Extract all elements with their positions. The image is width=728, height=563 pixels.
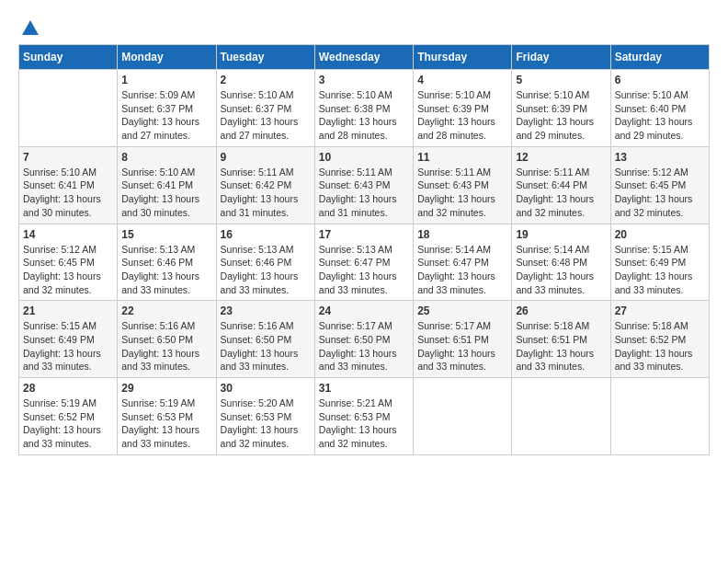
calendar-day-header: Tuesday <box>216 45 314 70</box>
day-number: 14 <box>23 228 113 241</box>
day-number: 20 <box>615 228 705 241</box>
calendar-header-row: SundayMondayTuesdayWednesdayThursdayFrid… <box>19 45 710 70</box>
day-info: Sunrise: 5:20 AM Sunset: 6:53 PM Dayligh… <box>221 396 311 451</box>
day-number: 30 <box>221 382 311 395</box>
day-number: 24 <box>319 304 409 317</box>
calendar-cell: 1Sunrise: 5:09 AM Sunset: 6:37 PM Daylig… <box>118 70 216 147</box>
day-info: Sunrise: 5:15 AM Sunset: 6:49 PM Dayligh… <box>23 319 113 373</box>
calendar-cell: 26Sunrise: 5:18 AM Sunset: 6:51 PM Dayli… <box>512 301 610 378</box>
day-info: Sunrise: 5:13 AM Sunset: 6:46 PM Dayligh… <box>121 243 211 297</box>
day-number: 13 <box>615 151 705 164</box>
day-number: 26 <box>516 304 606 317</box>
day-number: 11 <box>417 151 507 164</box>
calendar-cell: 19Sunrise: 5:14 AM Sunset: 6:48 PM Dayli… <box>512 224 610 301</box>
calendar-cell: 29Sunrise: 5:19 AM Sunset: 6:53 PM Dayli… <box>118 378 216 455</box>
day-info: Sunrise: 5:12 AM Sunset: 6:45 PM Dayligh… <box>23 243 113 297</box>
calendar-cell: 14Sunrise: 5:12 AM Sunset: 6:45 PM Dayli… <box>19 224 118 301</box>
calendar-cell: 3Sunrise: 5:10 AM Sunset: 6:38 PM Daylig… <box>314 70 413 147</box>
calendar-cell: 13Sunrise: 5:12 AM Sunset: 6:45 PM Dayli… <box>610 146 709 224</box>
day-info: Sunrise: 5:10 AM Sunset: 6:37 PM Dayligh… <box>221 88 311 143</box>
calendar-cell: 5Sunrise: 5:10 AM Sunset: 6:39 PM Daylig… <box>512 70 610 147</box>
day-number: 3 <box>319 74 409 86</box>
calendar-table: SundayMondayTuesdayWednesdayThursdayFrid… <box>18 44 710 455</box>
day-number: 9 <box>221 151 311 164</box>
day-info: Sunrise: 5:19 AM Sunset: 6:53 PM Dayligh… <box>121 396 211 451</box>
day-number: 28 <box>23 382 113 395</box>
calendar-day-header: Sunday <box>19 45 118 70</box>
calendar-day-header: Friday <box>512 45 610 70</box>
calendar-cell: 8Sunrise: 5:10 AM Sunset: 6:41 PM Daylig… <box>118 146 216 224</box>
day-number: 27 <box>615 304 705 317</box>
calendar-cell: 12Sunrise: 5:11 AM Sunset: 6:44 PM Dayli… <box>512 146 610 224</box>
calendar-week-row: 7Sunrise: 5:10 AM Sunset: 6:41 PM Daylig… <box>19 146 710 224</box>
calendar-cell: 15Sunrise: 5:13 AM Sunset: 6:46 PM Dayli… <box>118 224 216 301</box>
calendar-day-header: Saturday <box>610 45 709 70</box>
calendar-cell: 9Sunrise: 5:11 AM Sunset: 6:42 PM Daylig… <box>216 146 314 224</box>
day-number: 2 <box>221 74 311 86</box>
day-info: Sunrise: 5:13 AM Sunset: 6:47 PM Dayligh… <box>319 243 409 297</box>
calendar-cell: 10Sunrise: 5:11 AM Sunset: 6:43 PM Dayli… <box>314 146 413 224</box>
svg-marker-0 <box>22 20 39 35</box>
logo-icon <box>20 18 40 39</box>
day-info: Sunrise: 5:18 AM Sunset: 6:51 PM Dayligh… <box>516 319 606 373</box>
day-info: Sunrise: 5:11 AM Sunset: 6:43 PM Dayligh… <box>417 166 507 220</box>
day-info: Sunrise: 5:13 AM Sunset: 6:46 PM Dayligh… <box>221 243 311 297</box>
calendar-cell <box>512 378 610 455</box>
calendar-cell: 20Sunrise: 5:15 AM Sunset: 6:49 PM Dayli… <box>610 224 709 301</box>
day-info: Sunrise: 5:10 AM Sunset: 6:39 PM Dayligh… <box>516 88 606 143</box>
day-number: 4 <box>417 74 507 86</box>
calendar-cell: 25Sunrise: 5:17 AM Sunset: 6:51 PM Dayli… <box>414 301 512 378</box>
day-info: Sunrise: 5:14 AM Sunset: 6:48 PM Dayligh… <box>516 243 606 297</box>
day-number: 12 <box>516 151 606 164</box>
calendar-day-header: Thursday <box>414 45 512 70</box>
logo <box>18 18 40 35</box>
day-info: Sunrise: 5:16 AM Sunset: 6:50 PM Dayligh… <box>121 319 211 373</box>
day-info: Sunrise: 5:10 AM Sunset: 6:41 PM Dayligh… <box>23 166 113 220</box>
calendar-cell: 27Sunrise: 5:18 AM Sunset: 6:52 PM Dayli… <box>610 301 709 378</box>
calendar-cell <box>610 378 709 455</box>
calendar-cell: 24Sunrise: 5:17 AM Sunset: 6:50 PM Dayli… <box>314 301 413 378</box>
day-number: 17 <box>319 228 409 241</box>
calendar-week-row: 1Sunrise: 5:09 AM Sunset: 6:37 PM Daylig… <box>19 70 710 147</box>
day-info: Sunrise: 5:16 AM Sunset: 6:50 PM Dayligh… <box>221 319 311 373</box>
day-number: 8 <box>121 151 211 164</box>
day-info: Sunrise: 5:18 AM Sunset: 6:52 PM Dayligh… <box>615 319 705 373</box>
page-header <box>18 18 710 35</box>
calendar-cell: 6Sunrise: 5:10 AM Sunset: 6:40 PM Daylig… <box>610 70 709 147</box>
day-info: Sunrise: 5:17 AM Sunset: 6:51 PM Dayligh… <box>417 319 507 373</box>
calendar-cell: 22Sunrise: 5:16 AM Sunset: 6:50 PM Dayli… <box>118 301 216 378</box>
calendar-day-header: Monday <box>118 45 216 70</box>
calendar-week-row: 21Sunrise: 5:15 AM Sunset: 6:49 PM Dayli… <box>19 301 710 378</box>
calendar-cell: 2Sunrise: 5:10 AM Sunset: 6:37 PM Daylig… <box>216 70 314 147</box>
calendar-cell: 21Sunrise: 5:15 AM Sunset: 6:49 PM Dayli… <box>19 301 118 378</box>
calendar-cell: 23Sunrise: 5:16 AM Sunset: 6:50 PM Dayli… <box>216 301 314 378</box>
calendar-cell <box>19 70 118 147</box>
day-info: Sunrise: 5:10 AM Sunset: 6:39 PM Dayligh… <box>417 88 507 143</box>
day-info: Sunrise: 5:11 AM Sunset: 6:44 PM Dayligh… <box>516 166 606 220</box>
day-info: Sunrise: 5:19 AM Sunset: 6:52 PM Dayligh… <box>23 396 113 451</box>
day-number: 22 <box>121 304 211 317</box>
day-number: 5 <box>516 74 606 86</box>
day-number: 6 <box>615 74 705 86</box>
day-number: 19 <box>516 228 606 241</box>
day-number: 21 <box>23 304 113 317</box>
calendar-week-row: 28Sunrise: 5:19 AM Sunset: 6:52 PM Dayli… <box>19 378 710 455</box>
calendar-cell: 11Sunrise: 5:11 AM Sunset: 6:43 PM Dayli… <box>414 146 512 224</box>
calendar-cell: 30Sunrise: 5:20 AM Sunset: 6:53 PM Dayli… <box>216 378 314 455</box>
calendar-week-row: 14Sunrise: 5:12 AM Sunset: 6:45 PM Dayli… <box>19 224 710 301</box>
calendar-cell: 28Sunrise: 5:19 AM Sunset: 6:52 PM Dayli… <box>19 378 118 455</box>
day-number: 10 <box>319 151 409 164</box>
day-info: Sunrise: 5:14 AM Sunset: 6:47 PM Dayligh… <box>417 243 507 297</box>
calendar-cell: 4Sunrise: 5:10 AM Sunset: 6:39 PM Daylig… <box>414 70 512 147</box>
day-info: Sunrise: 5:15 AM Sunset: 6:49 PM Dayligh… <box>615 243 705 297</box>
day-info: Sunrise: 5:21 AM Sunset: 6:53 PM Dayligh… <box>319 396 409 451</box>
day-info: Sunrise: 5:12 AM Sunset: 6:45 PM Dayligh… <box>615 166 705 220</box>
day-number: 23 <box>221 304 311 317</box>
calendar-cell <box>414 378 512 455</box>
calendar-cell: 17Sunrise: 5:13 AM Sunset: 6:47 PM Dayli… <box>314 224 413 301</box>
day-info: Sunrise: 5:10 AM Sunset: 6:40 PM Dayligh… <box>615 88 705 143</box>
calendar-cell: 31Sunrise: 5:21 AM Sunset: 6:53 PM Dayli… <box>314 378 413 455</box>
day-info: Sunrise: 5:17 AM Sunset: 6:50 PM Dayligh… <box>319 319 409 373</box>
day-number: 16 <box>221 228 311 241</box>
day-number: 18 <box>417 228 507 241</box>
